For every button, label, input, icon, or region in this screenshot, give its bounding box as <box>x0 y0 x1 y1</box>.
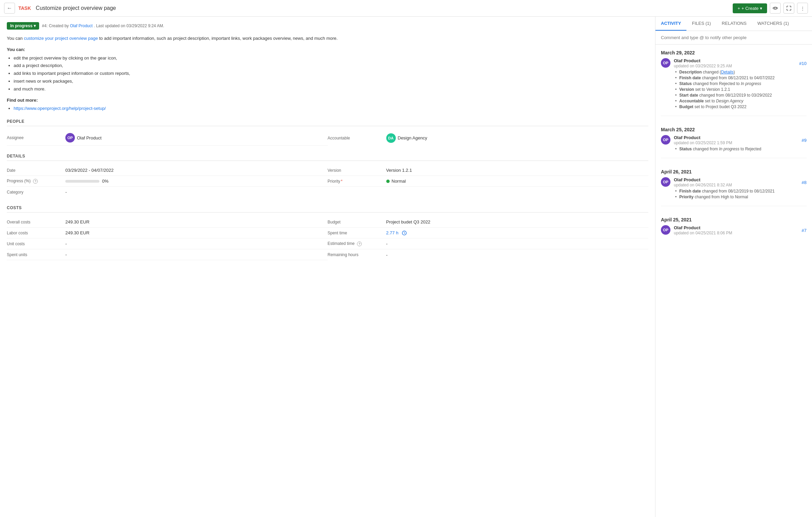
people-grid: Assignee OP Olaf Product Accountable <box>7 130 648 146</box>
details-link[interactable]: Details <box>721 70 734 74</box>
activity-changes: Description changed (Details) Finish dat… <box>674 70 807 109</box>
create-button[interactable]: + + Create ▾ <box>733 3 767 13</box>
estimated-time-value: - <box>386 241 388 246</box>
activity-content: Olaf Product updated on 03/25/2022 1:59 … <box>674 135 807 152</box>
status-bar: In progress ▾ #4: Created by Olaf Produc… <box>7 22 648 30</box>
priority-value: Normal <box>386 179 406 184</box>
comment-box <box>655 31 812 45</box>
create-label: + Create <box>742 6 759 11</box>
change-item: Finish date changed from 08/12/2019 to 0… <box>677 189 807 194</box>
remaining-hours-value: - <box>386 252 388 257</box>
comment-input[interactable] <box>661 35 807 40</box>
clock-icon <box>402 231 407 235</box>
spent-units-row: Spent units - <box>7 249 328 260</box>
estimated-time-row: Estimated time ? - <box>328 238 649 249</box>
header-actions: + + Create ▾ ⋮ <box>733 3 808 14</box>
activity-content: Olaf Product updated on 04/25/2021 8:06 … <box>674 225 807 237</box>
tab-files[interactable]: FILES (1) <box>686 17 716 31</box>
activity-num[interactable]: #7 <box>802 228 807 233</box>
details-grid: Date 03/29/2022 - 04/07/2022 Version Ver… <box>7 165 648 197</box>
fullscreen-button[interactable] <box>783 3 794 14</box>
change-item: Priority changed from High to Normal <box>677 195 807 199</box>
avatar: OP <box>661 135 670 145</box>
features-list: edit the project overview by clicking on… <box>7 55 648 93</box>
left-panel: In progress ▾ #4: Created by Olaf Produc… <box>0 17 655 517</box>
estimated-help-icon[interactable]: ? <box>357 241 362 246</box>
progress-value: 0% <box>65 179 109 184</box>
people-section: PEOPLE Assignee OP Olaf Product Accounta… <box>7 119 648 146</box>
progress-bar-container: 0% <box>65 179 109 184</box>
spent-time-value: 2.77 h <box>386 230 407 235</box>
overview-link[interactable]: customize your project overview page <box>24 36 98 41</box>
change-item: Budget set to Project budet Q3 2022 <box>677 104 807 109</box>
watch-button[interactable] <box>770 3 781 14</box>
date-label: Date <box>7 168 61 173</box>
change-item: Accountable set to Design Agency <box>677 99 807 103</box>
costs-section: COSTS Overall costs 249.30 EUR Budget Pr… <box>7 205 648 260</box>
activity-content: Olaf Product updated on 03/29/2022 9:25 … <box>674 58 807 110</box>
activity-time: updated on 03/25/2022 1:59 PM <box>674 140 732 145</box>
avatar: OP <box>661 225 670 235</box>
estimated-time-label: Estimated time ? <box>328 241 382 246</box>
back-button[interactable]: ← <box>4 3 15 14</box>
you-can-heading: You can: <box>7 46 648 53</box>
unit-costs-label: Unit costs <box>7 241 61 246</box>
progress-help-icon[interactable]: ? <box>33 179 38 184</box>
remaining-hours-row: Remaining hours - <box>328 249 649 260</box>
assignee-value: OP Olaf Product <box>65 133 101 143</box>
activity-num[interactable]: #8 <box>802 180 807 185</box>
activity-time: updated on 03/29/2022 9:25 AM <box>674 64 732 68</box>
avatar: OP <box>65 133 75 143</box>
activity-num[interactable]: #10 <box>799 61 807 66</box>
page-title: Customize project overview page <box>36 5 116 11</box>
tab-relations[interactable]: RELATIONS <box>716 17 752 31</box>
spent-time-link[interactable]: 2.77 h <box>386 230 399 235</box>
category-row: Category - <box>7 187 328 197</box>
category-label: Category <box>7 190 61 195</box>
avatar: OP <box>661 58 670 68</box>
activity-item: OP Olaf Product updated on 03/29/2022 9:… <box>661 58 807 116</box>
list-item: add links to important project informati… <box>14 70 648 77</box>
more-options-button[interactable]: ⋮ <box>797 3 808 14</box>
priority-dot-icon <box>386 180 390 183</box>
assignee-label: Assignee <box>7 135 61 140</box>
description-section: You can customize your project overview … <box>7 35 648 112</box>
version-value: Version 1.2.1 <box>386 168 412 173</box>
activity-header: Olaf Product updated on 04/25/2021 8:06 … <box>674 225 807 235</box>
costs-grid: Overall costs 249.30 EUR Budget Project … <box>7 217 648 260</box>
change-item: Status changed from Rejected to In progr… <box>677 81 807 86</box>
priority-row: Priority* Normal <box>328 176 649 187</box>
activity-num[interactable]: #9 <box>802 138 807 143</box>
labor-costs-row: Labor costs 249.30 EUR <box>7 228 328 238</box>
activity-user: Olaf Product <box>674 177 700 182</box>
activity-feed: March 29, 2022 OP Olaf Product updated o… <box>655 45 812 517</box>
spent-time-row: Spent time 2.77 h <box>328 228 649 238</box>
progress-row: Progress (%) ? 0% <box>7 176 328 187</box>
spent-units-label: Spent units <box>7 252 61 257</box>
avatar: DA <box>386 133 396 143</box>
status-label: In progress <box>10 23 32 28</box>
priority-label: Priority* <box>328 179 382 184</box>
activity-user: Olaf Product <box>674 225 700 230</box>
fullscreen-icon <box>786 6 791 11</box>
tab-activity[interactable]: ACTIVITY <box>655 17 686 31</box>
change-item: Status changed from In progress to Rejec… <box>677 147 807 151</box>
activity-changes: Status changed from In progress to Rejec… <box>674 147 807 151</box>
accountable-label: Accountable <box>328 136 382 140</box>
tab-watchers[interactable]: WATCHERS (1) <box>752 17 794 31</box>
find-more-heading: Find out more: <box>7 97 648 104</box>
costs-section-title: COSTS <box>7 205 648 213</box>
activity-content: Olaf Product updated on 04/26/2021 8:32 … <box>674 177 807 200</box>
list-item: insert news or work packages, <box>14 78 648 85</box>
status-badge[interactable]: In progress ▾ <box>7 22 39 30</box>
details-section-title: DETAILS <box>7 154 648 161</box>
accountable-row: Accountable DA Design Agency <box>328 130 649 146</box>
right-panel: ACTIVITY FILES (1) RELATIONS WATCHERS (1… <box>655 17 812 517</box>
budget-label: Budget <box>328 220 382 224</box>
creator-link[interactable]: Olaf Product <box>70 23 93 28</box>
progress-bar <box>65 180 99 183</box>
activity-time: updated on 04/25/2021 8:06 PM <box>674 231 732 235</box>
setup-link[interactable]: https://www.openproject.org/help/project… <box>14 106 106 111</box>
required-mark: * <box>341 179 343 184</box>
status-arrow-icon: ▾ <box>34 23 36 28</box>
